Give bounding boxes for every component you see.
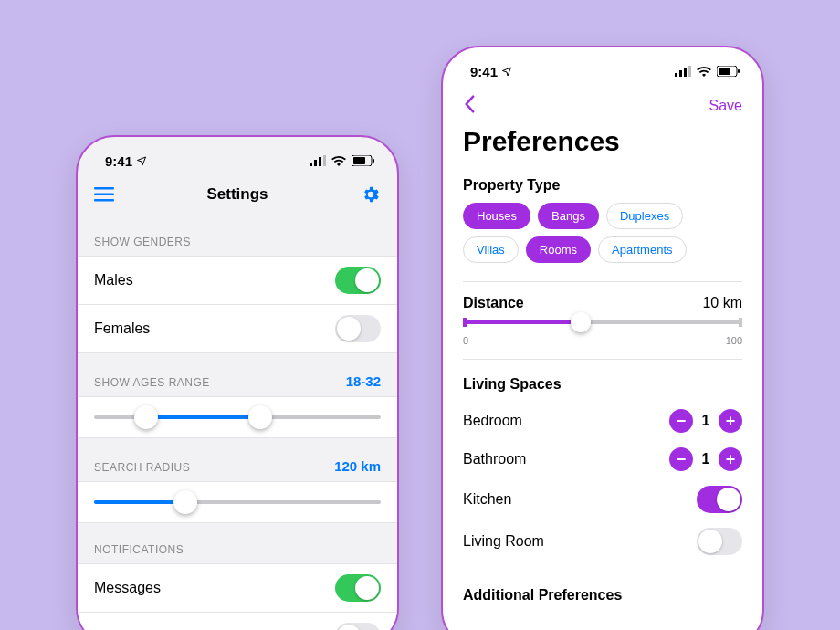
phone-preferences: 9:41 Save Preferences Property Type Hous… (441, 46, 764, 630)
status-time: 9:41 (105, 153, 132, 169)
section-header-additional: Additional Preferences (443, 582, 762, 609)
row-label: Females (94, 320, 150, 337)
svg-rect-16 (738, 69, 740, 73)
signal-icon (310, 155, 326, 166)
gear-icon[interactable] (361, 184, 381, 205)
svg-rect-15 (719, 68, 730, 75)
toggle-males[interactable] (335, 267, 381, 294)
back-icon[interactable] (463, 95, 476, 117)
svg-rect-2 (319, 157, 321, 166)
distance-min: 0 (463, 335, 468, 346)
section-header-radius: SEARCH RADIUS 120 km (78, 438, 397, 481)
row-label: Living Room (463, 533, 544, 550)
divider (463, 359, 742, 360)
notifications-group: Messages New Matches (78, 563, 397, 630)
svg-rect-5 (353, 157, 365, 164)
distance-row: Distance 10 km (443, 291, 762, 320)
chip-apartments[interactable]: Apartments (598, 236, 686, 263)
ages-thumb-low[interactable] (134, 405, 158, 429)
divider (463, 572, 742, 572)
menu-icon[interactable] (94, 187, 114, 202)
svg-rect-1 (314, 160, 317, 166)
section-header-property-type: Property Type (443, 170, 762, 203)
svg-rect-7 (94, 187, 114, 190)
svg-rect-13 (688, 66, 691, 77)
location-arrow-icon (136, 155, 147, 166)
radius-slider[interactable] (78, 481, 397, 523)
svg-rect-6 (373, 159, 374, 163)
section-header-label: SHOW GENDERS (94, 236, 191, 248)
status-time: 9:41 (470, 64, 498, 79)
location-arrow-icon (501, 66, 512, 77)
svg-rect-11 (679, 70, 682, 77)
chip-rooms[interactable]: Rooms (526, 236, 591, 263)
bathroom-value: 1 (700, 451, 711, 467)
row-label: Males (94, 272, 133, 289)
svg-rect-0 (310, 163, 312, 166)
property-type-chips: Houses Bangs Duplexes Villas Rooms Apart… (443, 203, 762, 272)
toggle-new-matches[interactable] (335, 623, 381, 630)
wifi-icon (331, 155, 346, 166)
row-label: Kitchen (463, 491, 511, 508)
nav-bar: Save (443, 88, 762, 122)
radius-value: 120 km (334, 458, 381, 474)
save-button[interactable]: Save (709, 98, 742, 114)
svg-rect-12 (684, 68, 687, 77)
svg-rect-10 (675, 73, 677, 77)
wifi-icon (697, 66, 711, 77)
row-label: Messages (94, 580, 161, 596)
bedroom-minus-button[interactable]: − (669, 409, 693, 433)
section-header-label: SEARCH RADIUS (94, 461, 190, 474)
distance-label: Distance (463, 295, 524, 311)
row-bedroom: Bedroom − 1 + (443, 402, 762, 440)
section-header-label: SHOW AGES RANGE (94, 376, 210, 389)
row-label: Bedroom (463, 413, 522, 429)
distance-value: 10 km (702, 295, 742, 311)
bathroom-minus-button[interactable]: − (669, 447, 693, 471)
svg-rect-3 (323, 155, 326, 166)
toggle-kitchen[interactable] (697, 486, 742, 513)
section-header-ages: SHOW AGES RANGE 18-32 (78, 353, 397, 396)
svg-rect-9 (94, 199, 114, 202)
show-genders-group: Males Females (78, 256, 397, 353)
section-header-notifications: NOTIFICATIONS (78, 523, 397, 563)
chip-villas[interactable]: Villas (463, 236, 519, 263)
bathroom-plus-button[interactable]: + (719, 447, 742, 471)
bedroom-plus-button[interactable]: + (719, 409, 742, 433)
toggle-messages[interactable] (335, 574, 381, 602)
radius-thumb[interactable] (173, 490, 197, 514)
svg-rect-8 (94, 194, 114, 196)
stepper-bathroom: − 1 + (669, 447, 742, 471)
row-living-room: Living Room (443, 520, 762, 562)
section-header-show-genders: SHOW GENDERS (78, 215, 397, 256)
distance-ticks: 0 100 (443, 328, 762, 350)
battery-icon (352, 155, 375, 166)
row-kitchen: Kitchen (443, 478, 762, 520)
row-bathroom: Bathroom − 1 + (443, 440, 762, 478)
section-header-living-spaces: Living Spaces (443, 369, 762, 402)
distance-thumb[interactable] (571, 312, 591, 332)
phone-settings: 9:41 Settings SHOW GENDERS (76, 135, 399, 630)
chip-bangs[interactable]: Bangs (538, 203, 599, 229)
row-messages: Messages (78, 563, 397, 612)
section-header-label: NOTIFICATIONS (94, 543, 184, 556)
status-bar: 9:41 (443, 47, 762, 88)
chip-houses[interactable]: Houses (463, 203, 530, 229)
nav-bar: Settings (78, 177, 397, 215)
chip-duplexes[interactable]: Duplexes (606, 203, 683, 229)
nav-title: Settings (206, 185, 268, 204)
row-label: Bathroom (463, 451, 526, 467)
toggle-females[interactable] (335, 315, 381, 342)
stepper-bedroom: − 1 + (669, 409, 742, 433)
toggle-living-room[interactable] (697, 528, 742, 555)
distance-slider[interactable] (443, 320, 762, 328)
ages-slider[interactable] (78, 396, 397, 438)
page-title: Preferences (443, 122, 762, 170)
battery-icon (717, 66, 740, 77)
row-males: Males (78, 256, 397, 304)
ages-thumb-high[interactable] (248, 405, 272, 429)
row-females: Females (78, 304, 397, 353)
status-bar: 9:41 (78, 137, 397, 177)
ages-value: 18-32 (346, 373, 381, 389)
bedroom-value: 1 (700, 413, 711, 429)
